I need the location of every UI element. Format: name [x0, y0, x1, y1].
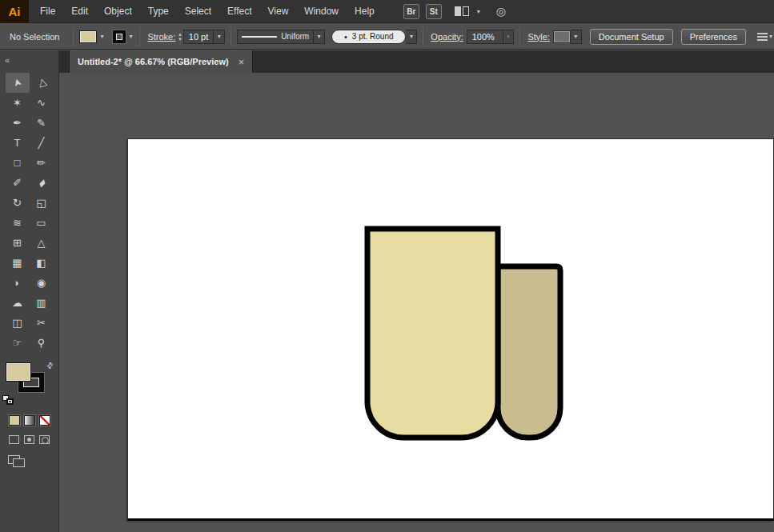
style-dropdown[interactable]: ▾: [571, 30, 582, 44]
control-bar: No Selection ▾ ▾ Stroke: ▴ ▾ 10 pt ▾ Uni…: [0, 24, 774, 50]
tool-eyedropper[interactable]: ◗: [6, 273, 30, 293]
tool-scale[interactable]: ◱: [30, 193, 54, 213]
collapse-panel-icon[interactable]: «: [5, 55, 10, 65]
app-logo-icon[interactable]: Ai: [0, 0, 29, 23]
fill-control: ▾ ▾: [79, 30, 134, 43]
width-profile-dropdown[interactable]: ▾: [314, 30, 325, 44]
tool-eraser[interactable]: ▰: [30, 173, 54, 193]
tool-direct-selection[interactable]: ▷: [30, 73, 54, 93]
tool-line-segment[interactable]: ╱: [30, 133, 54, 153]
tool-paintbrush[interactable]: ✏: [30, 153, 54, 173]
tool-curvature[interactable]: ✎: [30, 113, 54, 133]
tool-pencil[interactable]: ✐: [6, 173, 30, 193]
tool-zoom[interactable]: ⚲: [30, 333, 54, 353]
menu-file[interactable]: File: [32, 0, 63, 23]
draw-behind-icon[interactable]: [24, 435, 34, 444]
menu-window[interactable]: Window: [296, 0, 347, 23]
document-setup-button[interactable]: Document Setup: [590, 29, 673, 45]
none-button[interactable]: [39, 415, 50, 426]
close-tab-icon[interactable]: ×: [239, 57, 245, 67]
tool-rectangle[interactable]: □: [6, 153, 30, 173]
default-fill-stroke-icon[interactable]: [2, 395, 15, 406]
preferences-button[interactable]: Preferences: [681, 29, 746, 45]
brush-definition-select[interactable]: • 3 pt. Round: [331, 30, 406, 44]
tool-width[interactable]: ≋: [6, 213, 30, 233]
menu-edit[interactable]: Edit: [63, 0, 96, 23]
divider: [231, 27, 231, 46]
tool-blend[interactable]: ◉: [30, 273, 54, 293]
tool-hand[interactable]: ☞: [6, 333, 30, 353]
stroke-panel-link[interactable]: Stroke:: [147, 32, 175, 42]
artboard[interactable]: [127, 138, 774, 521]
menu-bar: Ai File Edit Object Type Select Effect V…: [0, 0, 774, 23]
free-transform-tool-icon: ▭: [36, 217, 46, 229]
document-tab-title: Untitled-2* @ 66.67% (RGB/Preview): [78, 57, 229, 66]
back-shape[interactable]: [498, 266, 560, 438]
color-button[interactable]: [9, 415, 20, 426]
menu-view[interactable]: View: [260, 0, 297, 23]
rectangle-tool-icon: □: [14, 157, 21, 169]
menu-select[interactable]: Select: [177, 0, 219, 23]
mesh-tool-icon: ▦: [12, 257, 22, 269]
eraser-tool-icon: ▰: [34, 176, 49, 190]
chevron-down-icon[interactable]: ▾: [768, 33, 774, 40]
tool-symbol-sprayer[interactable]: ☁: [6, 293, 30, 313]
front-shape[interactable]: [367, 229, 498, 438]
graphic-style-swatch[interactable]: [553, 30, 571, 43]
draw-normal-icon[interactable]: [9, 435, 19, 444]
screen-mode-icon[interactable]: [8, 455, 26, 468]
menu-type[interactable]: Type: [140, 0, 177, 23]
tool-mesh[interactable]: ▦: [6, 253, 30, 273]
brush-dropdown[interactable]: ▾: [406, 30, 417, 44]
tool-column-graph[interactable]: ▥: [30, 293, 54, 313]
opacity-dropdown[interactable]: ›: [503, 30, 515, 44]
menubar-icons: Br St ▾ ◎: [403, 4, 506, 19]
menu-help[interactable]: Help: [347, 0, 383, 23]
stock-icon[interactable]: St: [426, 4, 442, 19]
tool-free-transform[interactable]: ▭: [30, 213, 54, 233]
tool-shape-builder[interactable]: ⊞: [6, 233, 30, 253]
tool-magic-wand[interactable]: ✶: [6, 93, 30, 113]
fill-color-swatch[interactable]: [79, 30, 97, 43]
tool-type[interactable]: T: [6, 133, 30, 153]
bridge-icon[interactable]: Br: [403, 4, 419, 19]
tool-selection[interactable]: ➤: [6, 73, 30, 93]
gradient-button[interactable]: [24, 415, 35, 426]
swap-fill-stroke-icon[interactable]: ⇄: [44, 360, 55, 371]
tool-gradient[interactable]: ◧: [30, 253, 54, 273]
arrange-documents-icon[interactable]: [455, 6, 469, 16]
tool-lasso[interactable]: ∿: [30, 93, 54, 113]
tool-perspective-grid[interactable]: △: [30, 233, 54, 253]
width-tool-icon: ≋: [13, 217, 22, 229]
menu-object[interactable]: Object: [96, 0, 140, 23]
style-panel-link[interactable]: Style:: [527, 32, 550, 42]
width-profile-value: Uniform: [281, 32, 309, 41]
fill-box[interactable]: [6, 362, 31, 382]
paintbrush-tool-icon: ✏: [37, 157, 46, 169]
variable-width-profile-select[interactable]: Uniform: [237, 30, 314, 44]
color-mode-row: [0, 415, 58, 426]
opacity-panel-link[interactable]: Opacity:: [431, 32, 463, 42]
stroke-weight-input[interactable]: 10 pt: [183, 30, 214, 44]
stroke-weight-stepper[interactable]: ▴ ▾: [178, 32, 182, 42]
collapse-dock-row: «: [0, 50, 58, 70]
draw-inside-icon[interactable]: [39, 435, 50, 444]
document-tab[interactable]: Untitled-2* @ 66.67% (RGB/Preview) ×: [69, 50, 253, 73]
tool-pen[interactable]: ✒: [6, 113, 30, 133]
tool-slice[interactable]: ✂: [30, 313, 54, 333]
tool-rotate[interactable]: ↻: [6, 193, 30, 213]
workspace-icon[interactable]: ◎: [496, 5, 506, 18]
chevron-down-icon[interactable]: ▾: [475, 8, 482, 15]
opacity-input[interactable]: 100%: [467, 30, 503, 44]
panel-menu-icon[interactable]: [757, 33, 768, 41]
chevron-down-icon[interactable]: ▾: [127, 33, 134, 40]
scale-tool-icon: ◱: [36, 197, 46, 209]
stroke-color-swatch[interactable]: [113, 30, 126, 43]
stroke-weight-dropdown[interactable]: ▾: [214, 30, 225, 44]
stepper-down-icon[interactable]: ▾: [178, 37, 182, 42]
menu-effect[interactable]: Effect: [219, 0, 259, 23]
lasso-tool-icon: ∿: [37, 97, 46, 109]
chevron-down-icon[interactable]: ▾: [98, 33, 105, 40]
canvas-area[interactable]: [59, 73, 774, 532]
tool-artboard[interactable]: ◫: [6, 313, 30, 333]
